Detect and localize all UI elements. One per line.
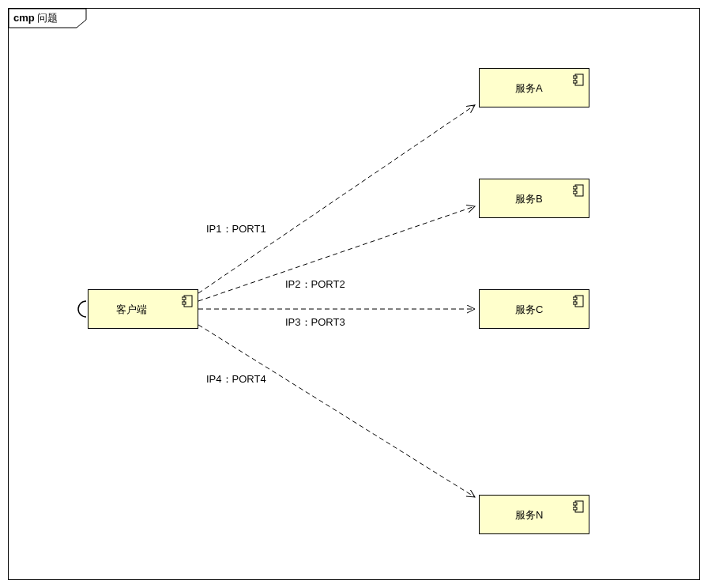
component-service-n: 服务N: [479, 495, 589, 534]
component-icon: [182, 295, 193, 307]
svg-line-18: [198, 325, 475, 497]
svg-rect-14: [573, 507, 577, 510]
component-icon: [573, 500, 584, 513]
diagram-frame: cmp 问题 客户端 服务A 服务B 服务C: [8, 8, 700, 580]
component-client-label: 客户端: [116, 303, 147, 317]
required-interface-icon: [72, 300, 89, 318]
component-service-b-label: 服务B: [515, 192, 543, 206]
svg-rect-5: [573, 81, 577, 83]
component-service-c: 服务C: [479, 289, 589, 329]
svg-rect-2: [182, 302, 186, 304]
component-service-c-label: 服务C: [515, 303, 543, 317]
svg-rect-13: [573, 503, 577, 505]
svg-rect-1: [182, 297, 186, 300]
component-service-n-label: 服务N: [515, 508, 543, 522]
component-icon: [573, 184, 584, 197]
svg-rect-7: [573, 187, 577, 189]
svg-rect-8: [573, 191, 577, 194]
component-service-b: 服务B: [479, 179, 589, 218]
svg-rect-11: [573, 302, 577, 304]
component-service-a: 服务A: [479, 68, 589, 107]
edge-label-1: IP1：PORT1: [206, 222, 266, 236]
component-icon: [573, 295, 584, 307]
edge-label-4: IP4：PORT4: [206, 372, 266, 386]
edge-label-3: IP3：PORT3: [285, 315, 345, 330]
edge-label-2: IP2：PORT2: [285, 277, 345, 292]
svg-line-15: [198, 105, 475, 293]
component-client: 客户端: [88, 289, 198, 329]
frame-title-prefix: cmp 问题: [13, 11, 58, 25]
component-service-a-label: 服务A: [515, 81, 543, 96]
svg-rect-10: [573, 297, 577, 300]
svg-rect-4: [573, 76, 577, 78]
component-icon: [573, 74, 584, 86]
